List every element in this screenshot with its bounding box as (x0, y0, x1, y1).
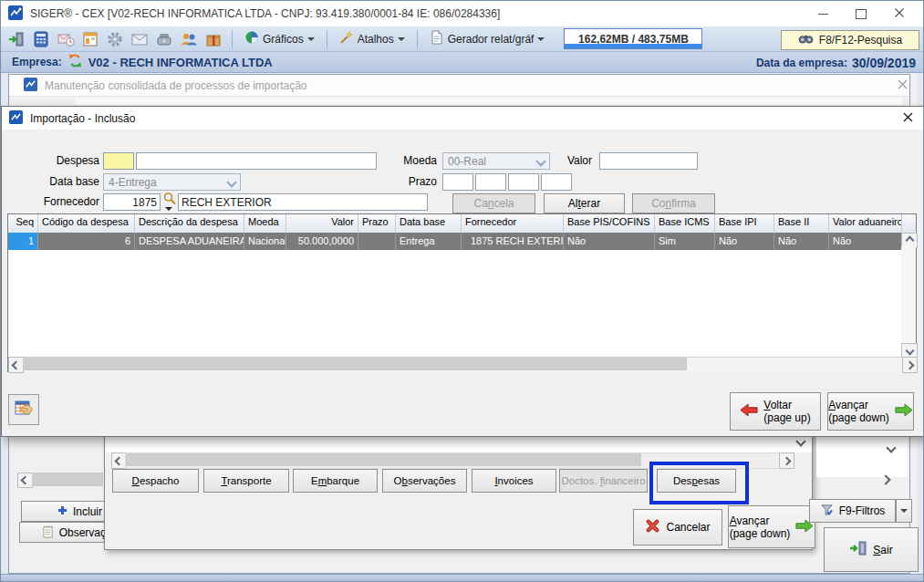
right-hscroll-right-button[interactable] (882, 473, 889, 486)
exit-icon[interactable] (6, 29, 26, 49)
cell-base-ii[interactable]: Não (774, 233, 829, 250)
memory-progress-bar (565, 44, 701, 48)
valor-field[interactable] (599, 152, 698, 170)
close-button[interactable] (894, 7, 905, 21)
right-vscroll-down-button[interactable] (888, 442, 895, 454)
schedule-icon[interactable] (56, 29, 76, 49)
panel-hscroll-thumb[interactable] (126, 453, 641, 466)
menu-atalhos[interactable]: Atalhos (336, 28, 409, 49)
minimize-button[interactable] (818, 14, 828, 15)
despesas-table: Seq Código da despesa Descrição da despe… (7, 213, 917, 372)
grid-hand-button[interactable] (8, 394, 39, 425)
menu-graficos[interactable]: Gráficos (241, 28, 318, 49)
fornecedor-code-field[interactable] (103, 193, 161, 211)
users-icon[interactable] (179, 29, 199, 49)
prazo-field-3[interactable] (508, 173, 539, 191)
valor-label: Valor (539, 152, 592, 170)
table-vscroll-track[interactable] (901, 246, 916, 343)
funnel-icon (820, 503, 834, 519)
cell-codigo[interactable]: 6 (38, 233, 135, 250)
col-moeda[interactable]: Moeda (244, 214, 286, 233)
prazo-field-1[interactable] (442, 173, 473, 191)
panel-avancar-button[interactable]: Avançar (page down) (728, 505, 815, 548)
f9-filtros-button[interactable]: F9-Filtros (809, 499, 896, 523)
maximize-button[interactable] (856, 9, 867, 19)
tab-invoices[interactable]: Invoices (472, 469, 556, 493)
cell-base-pis-cofins[interactable]: Não (564, 233, 655, 250)
col-codigo-despesa[interactable]: Código da despesa (38, 214, 135, 233)
panel-vscroll-down-button[interactable] (797, 435, 805, 448)
siger-logo-icon (8, 5, 23, 23)
col-seq[interactable]: Seq (8, 214, 38, 233)
prazo-field-4[interactable] (541, 173, 572, 191)
col-data-base[interactable]: Data base (396, 214, 462, 233)
col-fornecedor[interactable]: Fornecedor (462, 214, 564, 233)
left-hscroll-thumb[interactable] (32, 473, 103, 486)
prazo-field-2[interactable] (475, 173, 506, 191)
confirma-button: Confirma (632, 193, 715, 213)
menu-atalhos-label: Atalhos (358, 33, 394, 46)
fornecedor-dropdown-icon[interactable] (165, 207, 172, 211)
table-row[interactable]: 1 6 DESPESA ADUANEIRA Nacional 50.000,00… (8, 233, 902, 250)
cell-valor-aduaneiro[interactable]: Não (829, 233, 902, 250)
despesa-description-field[interactable] (136, 152, 377, 170)
col-valor-aduaneiro[interactable]: Valor aduaneiro (829, 214, 902, 233)
manutencao-close-icon[interactable] (897, 78, 908, 93)
calculator-icon[interactable] (31, 29, 51, 49)
col-base-pis-cofins[interactable]: Base PIS/COFINS (564, 214, 655, 233)
panel-hscroll-right-button[interactable] (779, 452, 794, 469)
fornecedor-name-field[interactable] (178, 193, 428, 211)
cell-seq[interactable]: 1 (8, 233, 38, 250)
cell-data-base[interactable]: Entrega (396, 233, 462, 250)
report-icon[interactable] (80, 29, 100, 49)
avancar-button[interactable]: Avançar (page down) (827, 392, 914, 431)
col-descricao-despesa[interactable]: Descrição da despesa (135, 214, 244, 233)
tab-observacoes[interactable]: Observações (382, 469, 467, 493)
f9-filtros-dropdown-button[interactable] (896, 499, 912, 523)
cell-valor[interactable]: 50.000,0000 (286, 233, 358, 250)
voltar-button[interactable]: Voltar (page up) (730, 392, 821, 431)
col-filler (902, 214, 916, 233)
table-header: Seq Código da despesa Descrição da despe… (8, 214, 916, 234)
left-hscroll-left-button[interactable] (17, 473, 33, 488)
data-empresa-value: 30/09/2019 (852, 56, 916, 70)
col-base-ii[interactable]: Base II (774, 214, 829, 233)
col-base-ipi[interactable]: Base IPI (715, 214, 774, 233)
despesa-label: Despesa (26, 152, 99, 170)
tab-despesas[interactable]: Despesas (657, 469, 736, 493)
col-valor[interactable]: Valor (286, 214, 358, 233)
package-icon[interactable] (203, 29, 223, 49)
cell-base-ipi[interactable]: Não (715, 233, 774, 250)
cell-descricao[interactable]: DESPESA ADUANEIRA (135, 233, 244, 250)
tab-despacho[interactable]: Despacho (112, 469, 199, 493)
phone-icon[interactable] (154, 29, 174, 49)
tab-transporte[interactable]: Transporte (203, 469, 289, 493)
col-prazo[interactable]: Prazo (358, 214, 396, 233)
col-base-icms[interactable]: Base ICMS (655, 214, 715, 233)
pesquisa-button[interactable]: F8/F12-Pesquisa (781, 30, 919, 50)
cancela-button: Cancela (452, 193, 535, 213)
cell-moeda[interactable]: Nacional (244, 233, 286, 250)
cell-fornecedor[interactable]: 1875 RECH EXTERIOR (462, 233, 564, 250)
cell-base-icms[interactable]: Sim (655, 233, 715, 250)
table-hscroll-right-button[interactable] (902, 357, 918, 373)
menu-gerador[interactable]: Gerador relat/gráf (426, 28, 549, 49)
main-toolbar: Gráficos Atalhos Gerador relat/gráf 162,… (1, 26, 923, 52)
siger-logo-icon (24, 78, 37, 94)
toolbar-separator (417, 30, 418, 48)
company-refresh-icon[interactable] (67, 53, 83, 71)
inclusao-close-icon[interactable] (902, 111, 914, 126)
alterar-button[interactable]: Alterar (544, 193, 625, 213)
table-hscroll-left-button[interactable] (8, 357, 24, 373)
despesa-code-field[interactable] (103, 152, 134, 170)
chevron-down-icon (226, 177, 236, 187)
sair-button[interactable]: Sair (824, 527, 919, 572)
gear-icon[interactable] (105, 29, 125, 49)
siger-logo-icon (9, 110, 23, 127)
tab-doctos-financeiro: Doctos. financeiro (559, 469, 648, 493)
cancelar-button[interactable]: Cancelar (633, 509, 722, 546)
table-hscroll-thumb[interactable] (23, 358, 687, 370)
cell-prazo[interactable] (358, 233, 396, 250)
tab-embarque[interactable]: Embarque (293, 469, 378, 493)
mail-icon[interactable] (130, 29, 150, 49)
